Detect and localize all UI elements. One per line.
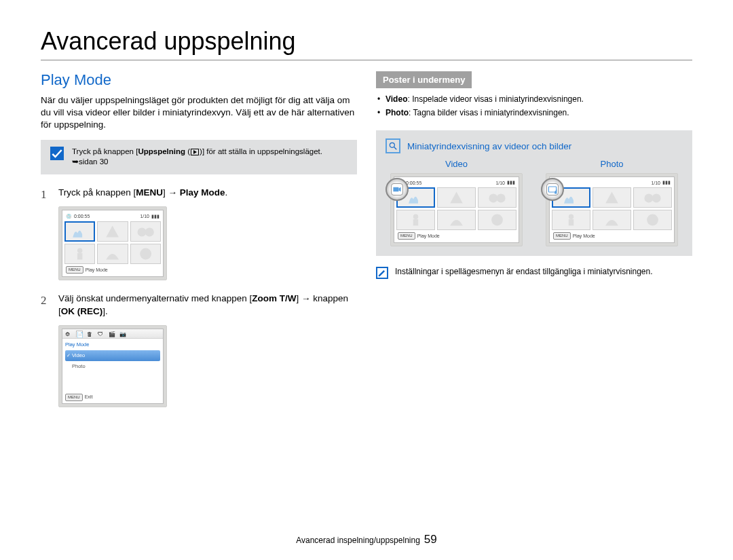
svg-line-6 — [394, 147, 397, 150]
magnifier-icon — [386, 138, 400, 153]
pencil-icon — [376, 267, 388, 279]
svg-rect-19 — [569, 219, 574, 225]
svg-point-5 — [390, 143, 394, 148]
svg-point-9 — [489, 194, 497, 203]
section-heading: Play Mode — [41, 71, 357, 89]
svg-point-1 — [145, 228, 153, 237]
svg-point-2 — [77, 248, 82, 253]
svg-point-11 — [413, 214, 418, 219]
svg-marker-15 — [555, 189, 557, 193]
menu-chip: MENU — [65, 394, 83, 401]
lcd-thumbnail-view: 💿 0:00:55 1/10 ▮▮▮ — [58, 206, 167, 281]
check-icon — [50, 147, 64, 160]
submenu-header: Poster i undermeny — [376, 71, 472, 88]
tab-icon: 🎬 — [109, 331, 115, 337]
svg-point-16 — [644, 194, 653, 203]
tip-settings-only-thumbs: Inställningar i spellägesmenyn är endast… — [376, 267, 692, 279]
svg-point-18 — [569, 214, 574, 219]
disc-icon: 💿 — [66, 213, 72, 220]
svg-point-17 — [652, 194, 661, 203]
menu-option-video: Video — [65, 350, 160, 362]
step-2: Välj önskat undermenyalternativ med knap… — [41, 293, 357, 407]
battery-icon: ▮▮▮ — [507, 180, 515, 185]
svg-point-4 — [140, 248, 151, 260]
playback-icon — [191, 149, 199, 155]
thumbnail — [64, 221, 95, 242]
page-footer: Avancerad inspelning/uppspelning59 — [0, 533, 733, 546]
tab-icon: ⚙ — [65, 331, 72, 337]
tab-icon: 🗑 — [87, 331, 94, 337]
video-label: Video — [386, 159, 527, 169]
tab-icon: 📷 — [119, 331, 126, 337]
svg-rect-3 — [77, 253, 82, 259]
intro-paragraph: När du väljer uppspelningsläget gör prod… — [41, 94, 357, 132]
bullet-photo: Photo: Tagna bilder visas i miniatyrinde… — [376, 106, 692, 119]
tab-icon: 📄 — [76, 331, 83, 337]
note-box-playback: Tryck på knappen [Uppspelning ()] för at… — [41, 140, 357, 174]
svg-rect-7 — [393, 187, 398, 191]
svg-point-20 — [647, 214, 658, 226]
menu-option-photo: Photo — [65, 361, 160, 373]
lcd-photo-thumbs: 🖼 1/10 ▮▮▮ — [546, 173, 678, 246]
battery-icon: ▮▮▮ — [151, 213, 159, 220]
step-1: Tryck på knappen [MENU] → Play Mode. 💿 0… — [41, 187, 357, 281]
menu-chip: MENU — [66, 266, 83, 274]
svg-point-0 — [137, 228, 146, 237]
svg-marker-8 — [398, 187, 400, 191]
svg-point-10 — [497, 194, 506, 203]
lcd-menu-view: ⚙ 📄 🗑 🛡 🎬 📷 Play Mode Video Photo — [58, 325, 167, 407]
tab-icon: 🛡 — [98, 331, 105, 337]
svg-rect-12 — [413, 219, 418, 225]
battery-icon: ▮▮▮ — [662, 180, 671, 185]
lcd-video-thumbs: 💿 0:00:55 1/10 ▮▮▮ — [390, 173, 523, 246]
svg-point-13 — [491, 214, 503, 226]
thumbnail-info-box: Miniatyrindexvisning av videor och bilde… — [376, 130, 692, 256]
photo-label: Photo — [541, 159, 683, 169]
page-title: Avancerad uppspelning — [41, 27, 692, 60]
bullet-video: Video: Inspelade videor visas i miniatyr… — [376, 92, 692, 106]
